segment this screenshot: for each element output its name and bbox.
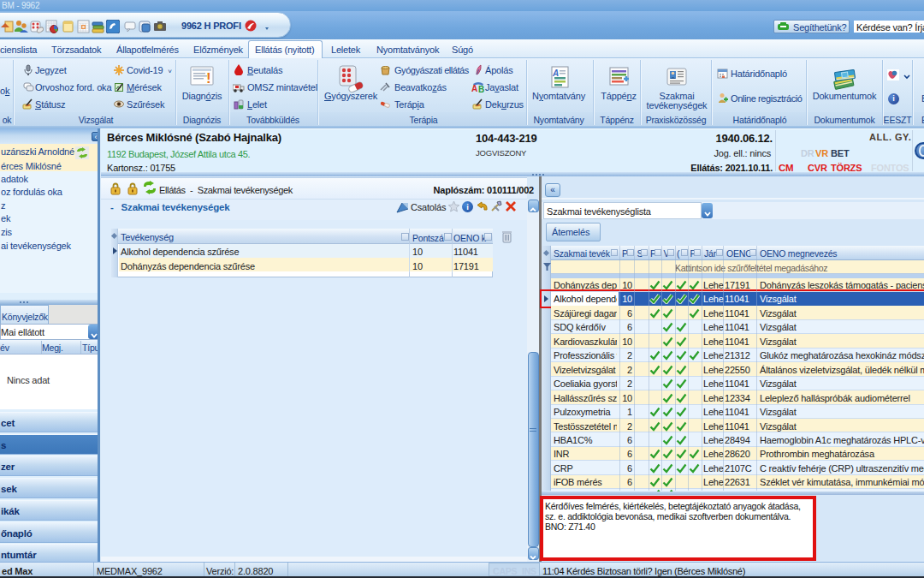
svg-text:A: A (552, 69, 559, 78)
svg-text:A: A (471, 84, 477, 92)
svg-text:!: ! (206, 70, 210, 86)
svg-text:B: B (478, 85, 484, 92)
